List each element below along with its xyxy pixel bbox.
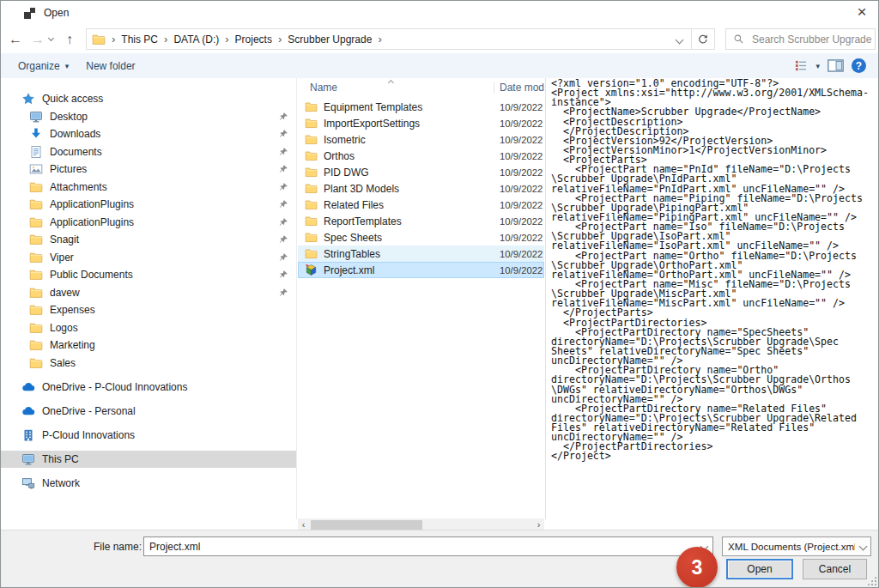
pin-icon — [278, 112, 288, 122]
file-row[interactable]: Plant 3D Models 10/9/2022 — [298, 180, 544, 197]
file-row[interactable]: Related Files 10/9/2022 — [298, 197, 544, 213]
cancel-button[interactable]: Cancel — [803, 559, 867, 579]
new-folder-button[interactable]: New folder — [86, 60, 135, 72]
file-row[interactable]: PID DWG 10/9/2022 — [298, 164, 544, 180]
sidebar-item[interactable]: Snagit — [1, 231, 296, 249]
column-header-name[interactable]: Name — [298, 82, 494, 94]
navigation-bar: ← → ↑ › This PC › DATA (D:) › Projects › — [1, 25, 878, 53]
sidebar-item[interactable]: ApplicationPlugins — [1, 214, 296, 232]
sidebar-item[interactable]: Marketing — [1, 336, 296, 355]
file-row[interactable]: Orthos 10/9/2022 — [298, 148, 544, 164]
close-button[interactable]: × — [847, 1, 876, 23]
breadcrumb-separator: › — [278, 33, 282, 45]
sidebar-item[interactable]: OneDrive - Personal — [1, 403, 296, 421]
file-icon — [305, 198, 318, 211]
scroll-right-icon[interactable]: › — [533, 518, 544, 530]
breadcrumb-segment[interactable]: This PC › — [121, 33, 173, 45]
footer: File name: XML Documents (Project.xml) O… — [1, 530, 878, 587]
sidebar-item[interactable]: Pictures — [1, 161, 296, 179]
breadcrumb-separator: › — [378, 33, 381, 45]
sidebar-item[interactable]: OneDrive - P-Cloud Innovations — [1, 379, 296, 397]
scroll-left-icon[interactable]: ‹ — [298, 518, 309, 530]
step-3-annotation-badge: 3 — [676, 547, 718, 588]
sidebar-item-icon — [29, 286, 43, 300]
preview-pane: <?xml version="1.0" encoding="UTF-8"?><P… — [548, 76, 874, 523]
preview-pane-icon[interactable] — [827, 59, 844, 72]
scrollbar-thumb[interactable] — [311, 520, 422, 530]
help-button[interactable]: ? — [852, 58, 866, 73]
refresh-button[interactable] — [692, 28, 715, 50]
sidebar-item[interactable]: Viper — [1, 249, 296, 267]
sidebar-item[interactable]: ApplicationPlugins — [1, 196, 296, 214]
search-icon — [733, 33, 744, 45]
breadcrumb-segment[interactable]: Scrubber Upgrade › — [288, 33, 387, 45]
file-name-input[interactable] — [144, 540, 695, 554]
pin-icon — [278, 164, 288, 174]
sidebar-item[interactable]: P-Cloud Innovations — [1, 427, 296, 445]
sidebar-item-icon — [29, 145, 43, 159]
sidebar-item[interactable]: This PC — [1, 451, 296, 469]
pin-icon — [278, 182, 288, 192]
sidebar-item-icon — [29, 215, 43, 229]
search-box — [725, 28, 876, 50]
recent-locations-chevron-icon[interactable] — [48, 35, 54, 41]
sidebar-item-icon — [21, 452, 35, 466]
file-row[interactable]: Spec Sheets 10/9/2022 — [298, 229, 544, 246]
back-icon[interactable]: ← — [4, 32, 27, 47]
column-header-date-modified[interactable]: Date modified — [494, 82, 544, 94]
address-dropdown-chevron-icon[interactable] — [676, 33, 682, 45]
view-dropdown-icon[interactable]: ▾ — [815, 62, 820, 70]
file-icon — [305, 247, 318, 260]
sidebar-item[interactable]: Network — [1, 475, 296, 493]
sidebar-item[interactable]: Documents — [1, 143, 296, 161]
file-row[interactable]: ReportTemplates 10/9/2022 — [298, 213, 544, 229]
file-icon — [305, 133, 318, 146]
view-details-icon[interactable] — [794, 59, 808, 72]
address-bar[interactable]: › This PC › DATA (D:) › Projects › Scrub… — [86, 28, 692, 50]
command-bar: Organize ▾ New folder ▾ ? — [1, 53, 878, 78]
file-icon — [305, 117, 318, 130]
pin-icon — [278, 199, 288, 209]
navigation-pane: Quick access Desktop Downloads Documents — [1, 78, 297, 519]
file-row[interactable]: Equipment Templates 10/9/2022 — [298, 99, 544, 115]
sidebar-item-icon — [21, 380, 35, 394]
sidebar-item-icon — [21, 404, 35, 418]
sidebar-item-icon — [21, 476, 35, 490]
sidebar-item[interactable]: Attachments — [1, 179, 296, 197]
title-bar: Open × — [1, 1, 878, 25]
file-row[interactable]: StringTables 10/9/2022 — [298, 246, 544, 262]
file-type-chevron-icon — [855, 543, 870, 549]
file-row[interactable]: ImportExportSettings 10/9/2022 — [298, 115, 544, 131]
file-icon — [305, 166, 318, 179]
pin-icon — [278, 234, 288, 245]
sidebar-item-icon — [29, 162, 43, 176]
up-icon[interactable]: ↑ — [58, 32, 81, 47]
file-row[interactable]: Isometric 10/9/2022 — [298, 131, 544, 148]
organize-button[interactable]: Organize ▾ — [18, 60, 69, 72]
horizontal-scrollbar[interactable]: ‹ › — [298, 518, 544, 530]
organize-dropdown-icon: ▾ — [65, 62, 70, 70]
breadcrumb-segment[interactable]: Projects › — [235, 33, 288, 45]
sidebar-item[interactable]: davew — [1, 284, 296, 302]
sidebar-item[interactable]: Desktop — [1, 108, 296, 126]
sidebar-item[interactable]: Quick access — [1, 90, 296, 108]
breadcrumb-segment[interactable]: DATA (D:) › — [173, 33, 234, 45]
file-type-dropdown[interactable]: XML Documents (Project.xml) — [722, 536, 871, 556]
file-icon — [305, 231, 318, 244]
file-row[interactable]: Project.xml 10/9/2022 — [298, 262, 544, 278]
sidebar-item[interactable]: Logos — [1, 319, 296, 337]
breadcrumb-separator: › — [164, 33, 167, 45]
open-button[interactable]: Open — [726, 559, 793, 579]
search-input[interactable] — [750, 33, 875, 46]
forward-icon[interactable]: → — [27, 32, 49, 47]
pin-icon — [278, 270, 288, 280]
sidebar-item-icon — [29, 303, 43, 317]
sidebar-item-icon — [21, 428, 35, 442]
sidebar-item-icon — [29, 356, 43, 370]
sidebar-item[interactable]: Sales — [1, 355, 296, 373]
file-name-combobox — [143, 536, 713, 556]
sidebar-item-icon — [29, 180, 43, 194]
sidebar-item[interactable]: Public Documents — [1, 266, 296, 284]
sidebar-item[interactable]: Expenses — [1, 301, 296, 319]
sidebar-item[interactable]: Downloads — [1, 125, 296, 143]
